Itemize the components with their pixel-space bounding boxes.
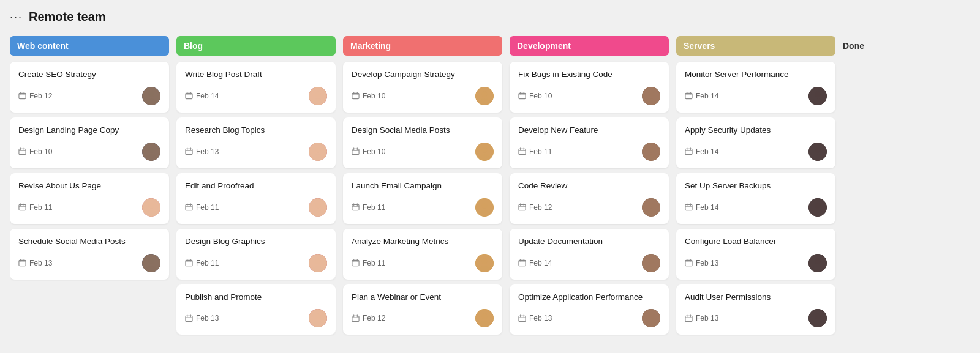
svg-point-54 <box>315 258 321 264</box>
card-footer: Feb 13 <box>185 143 327 161</box>
svg-rect-28 <box>186 94 192 99</box>
card-footer: Feb 14 <box>685 143 827 161</box>
task-card[interactable]: Code Review Feb 12 <box>510 173 669 224</box>
avatar <box>309 309 327 327</box>
calendar-icon <box>18 147 26 155</box>
card-date-text: Feb 11 <box>529 147 552 156</box>
avatar-face <box>809 87 827 105</box>
task-card[interactable]: Monitor Server Performance Feb 14 <box>676 62 835 113</box>
card-date: Feb 13 <box>518 314 552 322</box>
avatar <box>642 198 660 217</box>
column-header-servers: Servers <box>676 36 835 56</box>
svg-rect-91 <box>352 316 359 321</box>
task-card[interactable]: Plan a Webinar or Event Feb 12 <box>343 284 502 335</box>
card-date: Feb 13 <box>18 259 52 267</box>
card-title: Design Social Media Posts <box>352 125 494 136</box>
task-card[interactable]: Design Landing Page Copy Feb 10 <box>10 117 169 168</box>
svg-point-19 <box>148 203 154 209</box>
calendar-icon <box>685 92 693 100</box>
avatar-face <box>642 198 660 217</box>
card-date-text: Feb 10 <box>363 92 385 100</box>
card-date-text: Feb 11 <box>363 259 385 267</box>
task-card[interactable]: Schedule Social Media Posts Feb 13 <box>10 229 169 280</box>
card-date-text: Feb 10 <box>529 92 552 100</box>
card-title: Edit and Proofread <box>185 180 327 192</box>
card-date-text: Feb 11 <box>196 203 219 212</box>
card-title: Publish and Promote <box>185 292 327 303</box>
card-footer: Feb 11 <box>18 198 160 217</box>
avatar-face <box>475 143 494 161</box>
svg-point-89 <box>481 258 488 264</box>
calendar-icon <box>352 314 360 322</box>
task-card[interactable]: Write Blog Post Draft Feb 14 <box>176 62 336 113</box>
task-card[interactable]: Launch Email Campaign Feb 11 <box>343 173 502 224</box>
task-card[interactable]: Develop New Feature Feb 11 <box>510 117 669 168</box>
avatar <box>475 198 494 217</box>
task-card[interactable]: Revise About Us Page Feb 11 <box>10 173 169 224</box>
card-date: Feb 14 <box>685 92 718 100</box>
task-card[interactable]: Optimize Application Performance Feb 13 <box>510 284 669 335</box>
card-date: Feb 10 <box>352 147 385 156</box>
task-card[interactable]: Analyze Marketing Metrics Feb 11 <box>343 229 502 280</box>
svg-rect-140 <box>685 149 692 155</box>
card-title: Develop New Feature <box>518 125 660 136</box>
avatar <box>809 143 827 161</box>
svg-rect-112 <box>519 204 526 210</box>
done-label: Done <box>843 36 892 56</box>
calendar-icon <box>518 147 526 155</box>
card-title: Research Blog Topics <box>185 125 327 136</box>
task-card[interactable]: Audit User Permissions Feb 13 <box>676 284 835 335</box>
task-card[interactable]: Apply Security Updates Feb 14 <box>676 117 835 168</box>
task-card[interactable]: Edit and Proofread Feb 11 <box>176 173 336 224</box>
task-card[interactable]: Research Blog Topics Feb 13 <box>176 117 336 168</box>
kanban-board: Web contentCreate SEO Strategy Feb 12 De… <box>10 36 970 340</box>
avatar <box>642 254 660 272</box>
avatar <box>309 254 327 272</box>
task-card[interactable]: Create SEO Strategy Feb 12 <box>10 62 169 113</box>
card-title: Launch Email Campaign <box>352 180 494 192</box>
card-title: Monitor Server Performance <box>685 69 827 81</box>
avatar <box>809 254 827 272</box>
task-card[interactable]: Set Up Server Backups Feb 14 <box>676 173 835 224</box>
svg-rect-105 <box>519 149 526 155</box>
avatar <box>809 198 827 217</box>
task-card[interactable]: Design Blog Graphics Feb 11 <box>176 229 336 280</box>
svg-point-124 <box>648 258 654 264</box>
task-card[interactable]: Develop Campaign Strategy Feb 10 <box>343 62 502 113</box>
avatar <box>142 254 160 272</box>
card-date-text: Feb 13 <box>696 259 718 267</box>
avatar-face <box>642 143 660 161</box>
column-done: Done <box>843 36 892 56</box>
calendar-icon <box>18 203 26 211</box>
avatar-face <box>475 198 494 217</box>
avatar-face <box>142 254 160 272</box>
svg-rect-0 <box>19 94 26 99</box>
column-header-blog: Blog <box>176 36 336 56</box>
task-card[interactable]: Fix Bugs in Existing Code Feb 10 <box>510 62 669 113</box>
svg-point-117 <box>648 203 654 209</box>
avatar-face <box>809 198 827 217</box>
card-date: Feb 14 <box>685 147 718 156</box>
calendar-icon <box>185 92 193 100</box>
svg-point-33 <box>315 91 321 97</box>
svg-point-75 <box>481 147 488 153</box>
avatar-face <box>642 87 660 105</box>
avatar-face <box>642 254 660 272</box>
avatar-face <box>475 87 494 105</box>
task-card[interactable]: Publish and Promote Feb 13 <box>176 284 336 335</box>
card-date-text: Feb 13 <box>696 314 718 322</box>
task-card[interactable]: Design Social Media Posts Feb 10 <box>343 117 502 168</box>
card-date: Feb 12 <box>18 92 52 100</box>
calendar-icon <box>185 314 193 322</box>
calendar-icon <box>352 259 360 267</box>
menu-dots[interactable]: ··· <box>10 10 23 23</box>
avatar <box>475 87 494 105</box>
task-card[interactable]: Update Documentation Feb 14 <box>510 229 669 280</box>
card-date: Feb 12 <box>352 314 385 322</box>
avatar <box>809 309 827 327</box>
svg-rect-154 <box>685 260 692 266</box>
calendar-icon <box>518 314 526 322</box>
card-date: Feb 10 <box>18 147 52 156</box>
card-date-text: Feb 11 <box>363 203 385 212</box>
task-card[interactable]: Configure Load Balancer Feb 13 <box>676 229 835 280</box>
